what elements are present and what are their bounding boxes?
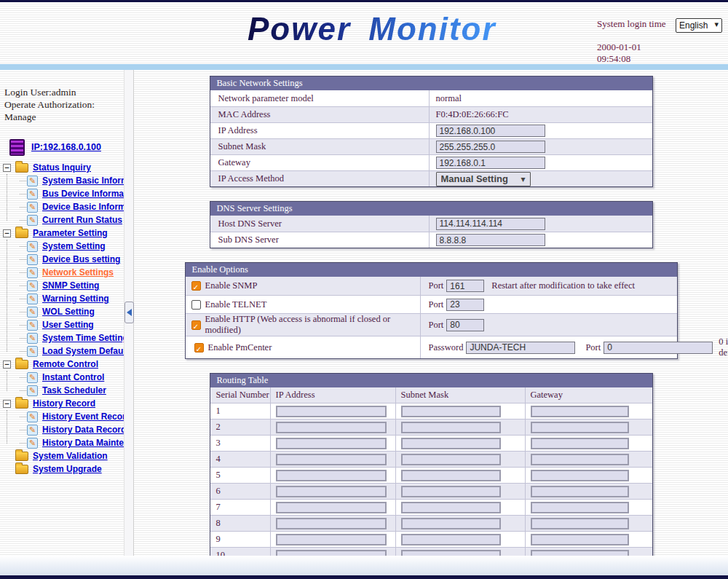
routing-gateway-input[interactable] <box>531 406 629 417</box>
routing-gateway-input[interactable] <box>531 438 629 449</box>
enable-http-checkbox[interactable] <box>191 320 201 330</box>
sidebar-item-status-inquiry[interactable]: Status Inquiry <box>33 162 91 173</box>
sidebar-item-snmp-setting[interactable]: SNMP Setting <box>42 280 99 291</box>
sidebar-item-system-setting[interactable]: System Setting <box>42 241 106 251</box>
language-select[interactable]: English <box>676 18 722 33</box>
http-port-label: Port <box>429 320 444 331</box>
sidebar-item-wol-setting[interactable]: WOL Setting <box>42 307 95 317</box>
sidebar-item-remote-control[interactable]: Remote Control <box>33 359 98 369</box>
mac-address-label: MAC Address <box>210 109 429 120</box>
ip-address-label: IP Address <box>210 125 429 136</box>
sidebar-collapse-button[interactable] <box>124 302 134 323</box>
sidebar-item-system-upgrade[interactable]: System Upgrade <box>33 464 102 474</box>
sidebar-item-network-settings[interactable]: Network Settings <box>42 267 114 277</box>
edit-icon: ✎ <box>27 438 38 449</box>
history-record-group: ✎History Event Record ✎History Data Reco… <box>0 410 124 449</box>
routing-mask-input[interactable] <box>401 454 501 465</box>
sidebar-item-device-bus-setting[interactable]: Device Bus setting <box>42 254 120 264</box>
sidebar-item-history-event-record[interactable]: History Event Record <box>42 411 124 422</box>
bottom-border-bar <box>0 575 728 579</box>
routing-mask-input[interactable] <box>401 406 501 417</box>
collapse-toggle-icon[interactable] <box>3 164 11 172</box>
col-header-serial-number: Serial Number <box>210 387 270 403</box>
ip-address-input[interactable] <box>436 125 545 137</box>
routing-ip-input[interactable] <box>276 486 387 497</box>
app-header: Power Monitor System login time English … <box>0 2 728 64</box>
sidebar-item-root-ip[interactable]: IP:192.168.0.100 <box>31 142 101 152</box>
gateway-input[interactable] <box>436 157 545 169</box>
sidebar-item-bus-device-information[interactable]: Bus Device Information <box>42 189 124 199</box>
enable-pmcenter-checkbox[interactable] <box>194 343 204 352</box>
routing-ip-input[interactable] <box>276 550 387 556</box>
host-dns-input[interactable] <box>436 218 545 230</box>
routing-row: 3 <box>210 435 652 451</box>
snmp-note: Restart after modification to take effec… <box>491 280 635 291</box>
routing-gateway-input[interactable] <box>531 550 629 556</box>
sidebar: Login User:admin Operate Authorization: … <box>0 70 124 556</box>
routing-ip-input[interactable] <box>276 534 387 545</box>
sidebar-item-system-upgrade-row: System Upgrade <box>0 462 124 476</box>
routing-ip-input[interactable] <box>276 470 387 481</box>
sidebar-item-system-basic-information[interactable]: System Basic Information <box>42 176 124 186</box>
sidebar-item-history-record[interactable]: History Record <box>33 398 95 409</box>
routing-ip-input[interactable] <box>276 454 387 465</box>
routing-mask-input[interactable] <box>401 502 501 513</box>
enable-snmp-checkbox[interactable] <box>191 281 201 291</box>
pmcenter-port-input[interactable] <box>604 342 713 354</box>
ip-access-method-select[interactable]: Manual Setting <box>436 172 531 186</box>
sidebar-item-system-time-setting[interactable]: System Time Setting <box>42 333 124 343</box>
sidebar-item-task-scheduler[interactable]: Task Scheduler <box>42 385 106 395</box>
sidebar-item-device-basic-information[interactable]: Device Basic Information <box>42 202 124 212</box>
routing-mask-input[interactable] <box>401 422 501 433</box>
routing-mask-input[interactable] <box>401 438 501 449</box>
routing-mask-input[interactable] <box>401 518 501 529</box>
serial-number: 10 <box>210 548 270 556</box>
sidebar-item-parameter-setting[interactable]: Parameter Setting <box>33 228 108 238</box>
param-model-label: Network parameter model <box>210 93 429 104</box>
collapse-toggle-icon[interactable] <box>3 229 11 237</box>
sub-dns-input[interactable] <box>436 234 545 246</box>
routing-gateway-input[interactable] <box>531 470 629 481</box>
edit-icon: ✎ <box>27 202 38 213</box>
folder-icon <box>15 163 28 173</box>
sidebar-item-warning-setting[interactable]: Warning Setting <box>42 294 109 304</box>
col-header-gateway: Gateway <box>525 387 652 403</box>
routing-mask-input[interactable] <box>401 534 501 545</box>
routing-gateway-input[interactable] <box>531 422 629 433</box>
enable-telnet-checkbox[interactable] <box>191 300 201 310</box>
sidebar-item-load-system-default[interactable]: Load System Default <box>42 346 124 356</box>
pmcenter-password-label: Password <box>429 342 464 353</box>
sidebar-item-system-validation[interactable]: System Validation <box>33 451 108 461</box>
routing-ip-input[interactable] <box>276 438 387 449</box>
routing-mask-input[interactable] <box>401 550 501 556</box>
routing-ip-input[interactable] <box>276 422 387 433</box>
sidebar-item-history-data-record[interactable]: History Data Record <box>42 425 124 435</box>
routing-gateway-input[interactable] <box>531 518 629 529</box>
snmp-port-input[interactable] <box>446 280 484 292</box>
edit-icon: ✎ <box>27 333 38 344</box>
login-user-text: Login User:admin <box>4 86 124 98</box>
routing-mask-input[interactable] <box>401 486 501 497</box>
routing-row: 5 <box>210 467 652 483</box>
routing-mask-input[interactable] <box>401 470 501 481</box>
content-area: Login User:admin Operate Authorization: … <box>0 70 728 556</box>
pmcenter-password-input[interactable] <box>466 342 575 354</box>
routing-gateway-input[interactable] <box>531 454 629 465</box>
http-port-input[interactable] <box>446 319 484 331</box>
routing-gateway-input[interactable] <box>531 486 629 497</box>
sidebar-item-history-data-maintenance[interactable]: History Data Maintenance <box>42 438 124 448</box>
sidebar-item-current-run-status[interactable]: Current Run Status <box>42 215 122 225</box>
sidebar-item-instant-control[interactable]: Instant Control <box>42 372 104 382</box>
edit-icon: ✎ <box>27 254 38 265</box>
operate-authorization-label: Operate Authorization: <box>4 98 124 111</box>
routing-gateway-input[interactable] <box>531 534 629 545</box>
routing-ip-input[interactable] <box>276 502 387 513</box>
routing-ip-input[interactable] <box>276 518 387 529</box>
routing-ip-input[interactable] <box>276 406 387 417</box>
collapse-toggle-icon[interactable] <box>3 400 11 408</box>
telnet-port-input[interactable] <box>446 299 484 311</box>
collapse-toggle-icon[interactable] <box>3 361 11 369</box>
subnet-mask-input[interactable] <box>436 141 545 153</box>
routing-gateway-input[interactable] <box>531 502 629 513</box>
sidebar-item-user-setting[interactable]: User Setting <box>42 320 94 330</box>
